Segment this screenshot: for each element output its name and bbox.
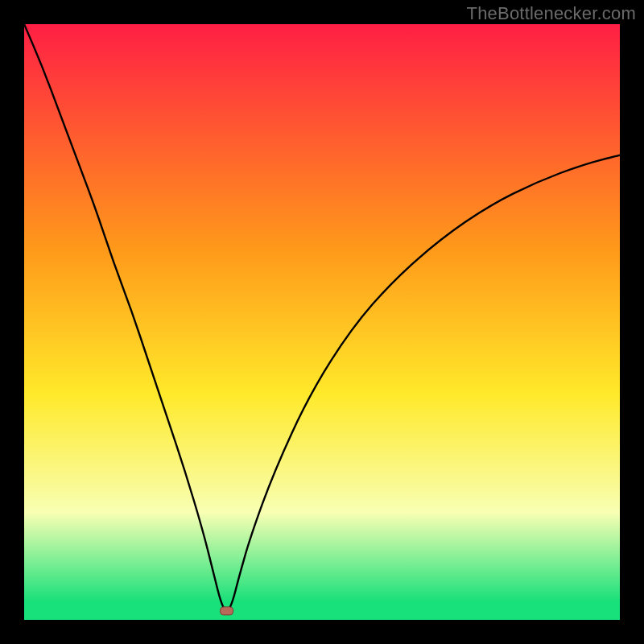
chart-stage: TheBottlenecker.com [0,0,644,644]
watermark-text: TheBottlenecker.com [467,3,636,24]
plot-area [24,24,620,620]
notch-marker [221,607,233,615]
gradient-background [24,24,620,620]
chart-svg [24,24,620,620]
